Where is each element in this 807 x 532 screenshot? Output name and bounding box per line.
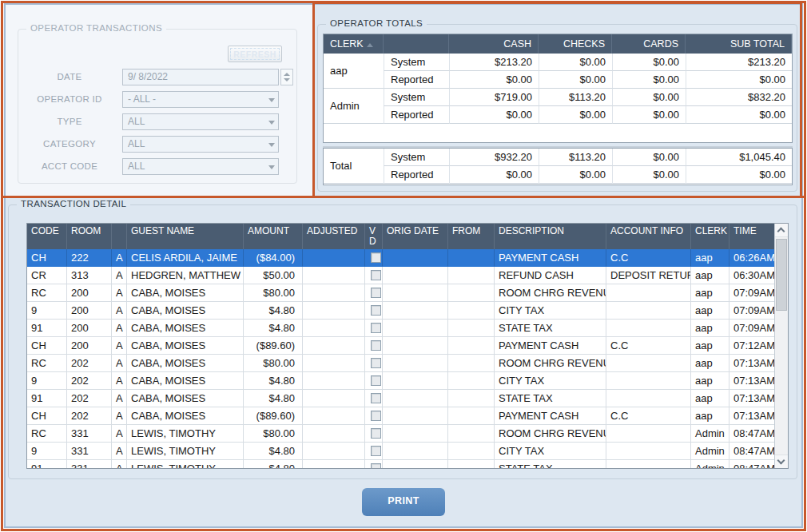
cell-code: CH — [27, 337, 67, 355]
column-header-from[interactable]: FROM — [448, 224, 495, 249]
category-dropdown[interactable]: ALL — [122, 136, 279, 153]
column-header-flag[interactable] — [112, 224, 127, 249]
void-checkbox[interactable] — [371, 358, 381, 368]
sort-indicator-icon — [367, 43, 373, 47]
cell-guest: CABA, MOISES — [127, 355, 244, 372]
date-field[interactable]: 9/ 8/2022 — [122, 69, 279, 85]
totals-header-CLERK[interactable]: CLERK — [324, 34, 384, 54]
totals-value: $213.20 — [686, 54, 792, 71]
totals-value: $0.00 — [539, 71, 612, 89]
transaction-row[interactable]: RC331ALEWIS, TIMOTHY$80.00ROOM CHRG REVE… — [27, 425, 776, 443]
void-checkbox[interactable] — [371, 446, 381, 456]
transaction-row[interactable]: 9331ALEWIS, TIMOTHY$4.80CITY TAXAdmin08:… — [27, 443, 776, 460]
cell-from — [448, 249, 495, 267]
void-checkbox[interactable] — [371, 375, 381, 386]
transaction-row[interactable]: 9202ACABA, MOISES$4.80CITY TAXaap07:13AM — [27, 372, 776, 390]
void-checkbox[interactable] — [371, 252, 381, 263]
void-checkbox[interactable] — [371, 463, 381, 469]
cell-clerk: aap — [691, 355, 729, 372]
cell-amount: $4.80 — [244, 390, 303, 407]
filter-row: ACCT CODEALL — [18, 158, 296, 175]
cell-clerk: aap — [691, 302, 729, 320]
column-header-room[interactable]: ROOM — [67, 224, 112, 249]
column-header-clerk[interactable]: CLERK — [691, 224, 729, 249]
transaction-row[interactable]: RC200ACABA, MOISES$80.00ROOM CHRG REVENU… — [27, 284, 776, 302]
totals-value: $0.00 — [539, 54, 612, 71]
transaction-table-body: CH222ACELIS ARDILA, JAIME($84.00)PAYMENT… — [27, 249, 776, 469]
column-header-orig_date[interactable]: ORIG DATE — [383, 224, 448, 249]
cell-flag: A — [112, 390, 127, 407]
void-checkbox[interactable] — [371, 428, 381, 439]
operator-id-dropdown[interactable]: - ALL - — [122, 91, 279, 108]
field-label: DATE — [25, 69, 114, 85]
date-spinner[interactable] — [280, 69, 293, 85]
transaction-row[interactable]: 9200ACABA, MOISES$4.80CITY TAXaap07:09AM — [27, 302, 776, 320]
filter-row: OPERATOR ID- ALL - — [18, 91, 296, 108]
void-checkbox[interactable] — [371, 340, 381, 351]
void-checkbox[interactable] — [371, 288, 381, 298]
cell-void — [365, 407, 383, 425]
transaction-row[interactable]: CH222ACELIS ARDILA, JAIME($84.00)PAYMENT… — [27, 249, 776, 267]
transaction-row[interactable]: RC202ACABA, MOISES$80.00ROOM CHRG REVENU… — [27, 355, 776, 372]
cell-account_info — [606, 320, 691, 337]
column-header-code[interactable]: CODE — [27, 224, 67, 249]
type-dropdown[interactable]: ALL — [122, 113, 279, 130]
vertical-scrollbar[interactable] — [774, 224, 788, 468]
cell-description: CITY TAX — [495, 302, 606, 320]
cell-flag: A — [112, 425, 127, 443]
refresh-button[interactable]: REFRESH — [228, 46, 282, 62]
cell-code: RC — [27, 425, 67, 443]
column-header-adjusted[interactable]: ADJUSTED — [303, 224, 365, 249]
cell-from — [448, 372, 495, 390]
cell-time: 07:09AM — [729, 320, 776, 337]
totals-row-label: Reported — [384, 166, 449, 184]
transaction-row[interactable]: 91202ACABA, MOISES$4.80STATE TAXaap07:13… — [27, 390, 776, 407]
cell-code: 91 — [27, 320, 67, 337]
transaction-row[interactable]: CH202ACABA, MOISES($89.60)PAYMENT CASHC.… — [27, 407, 776, 425]
cell-description: ROOM CHRG REVENUE — [495, 284, 606, 302]
transaction-row[interactable]: 91331ALEWIS, TIMOTHY$4.80STATE TAXAdmin0… — [27, 460, 776, 469]
chevron-down-icon — [777, 457, 785, 465]
void-checkbox[interactable] — [371, 411, 381, 421]
print-button[interactable]: PRINT — [362, 488, 445, 516]
cell-orig_date — [383, 337, 448, 355]
void-checkbox[interactable] — [371, 305, 381, 316]
transaction-row[interactable]: 91200ACABA, MOISES$4.80STATE TAXaap07:09… — [27, 320, 776, 337]
cell-room: 202 — [67, 355, 112, 372]
cell-account_info — [606, 372, 691, 390]
transaction-detail-title: TRANSACTION DETAIL — [17, 199, 130, 208]
scrollbar-thumb[interactable] — [776, 239, 787, 311]
scroll-down-button[interactable] — [775, 455, 788, 468]
cell-adjusted — [303, 425, 365, 443]
transaction-table-header: CODEROOMGUEST NAMEAMOUNTADJUSTEDV DORIG … — [27, 224, 776, 249]
column-header-account_info[interactable]: ACCOUNT INFO — [606, 224, 691, 249]
void-checkbox[interactable] — [371, 323, 381, 333]
cell-from — [448, 390, 495, 407]
cell-room: 200 — [67, 320, 112, 337]
cell-orig_date — [383, 460, 448, 469]
refresh-button-label: REFRESH — [230, 48, 280, 60]
cell-orig_date — [383, 355, 448, 372]
transaction-row[interactable]: CR313AHEDGREN, MATTHEW$50.00REFUND CASHD… — [27, 267, 776, 284]
acct-code-dropdown[interactable]: ALL — [122, 158, 279, 175]
column-header-guest[interactable]: GUEST NAME — [127, 224, 244, 249]
cell-flag: A — [112, 302, 127, 320]
column-header-amount[interactable]: AMOUNT — [244, 224, 303, 249]
column-header-time[interactable]: TIME — [729, 224, 776, 249]
transaction-row[interactable]: CH200ACABA, MOISES($89.60)PAYMENT CASHC.… — [27, 337, 776, 355]
totals-empty-row — [324, 124, 792, 142]
void-checkbox[interactable] — [371, 393, 381, 403]
totals-value: $0.00 — [612, 89, 686, 106]
cell-description: PAYMENT CASH — [495, 337, 606, 355]
totals-value: $113.20 — [539, 89, 612, 106]
cell-void — [365, 460, 383, 469]
cell-description: ROOM CHRG REVENUE — [495, 425, 606, 443]
cell-account_info: C.C — [606, 407, 691, 425]
cell-description: STATE TAX — [495, 460, 606, 469]
operator-totals-grand-total-table: TotalSystem$932.20$113.20$0.00$1,045.40R… — [323, 148, 793, 185]
column-header-description[interactable]: DESCRIPTION — [495, 224, 606, 249]
cell-orig_date — [383, 267, 448, 284]
scroll-up-button[interactable] — [775, 224, 788, 237]
column-header-void[interactable]: V D — [365, 224, 383, 249]
void-checkbox[interactable] — [371, 270, 381, 280]
